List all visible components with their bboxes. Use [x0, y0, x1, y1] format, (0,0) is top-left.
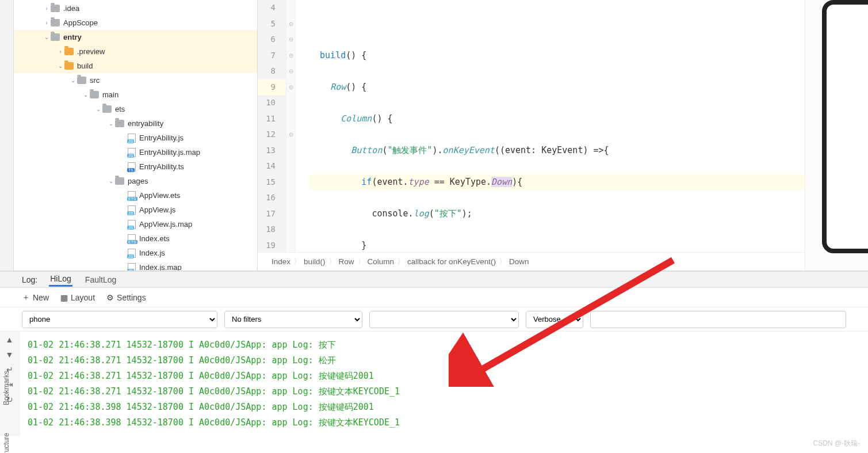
tree-file-index-js[interactable]: JSIndex.js: [14, 246, 257, 260]
code-content[interactable]: build() { Row() { Column() { Button("触发事…: [296, 0, 805, 252]
level-select[interactable]: Verbose: [526, 311, 583, 328]
line-gutter: 45678910111213141516171819: [258, 0, 286, 252]
breadcrumb-item[interactable]: Index: [272, 257, 290, 266]
tab-hilog[interactable]: HiLog: [49, 272, 72, 287]
code-editor[interactable]: 45678910111213141516171819 ⊖⊖⊖⊖⊖⊖ build(…: [258, 0, 805, 271]
tree-item-build[interactable]: ⌄build: [14, 59, 257, 73]
preview-pane: [805, 0, 868, 271]
tree-item-appscope[interactable]: ›AppScope: [14, 16, 257, 30]
breadcrumb-item[interactable]: build(): [304, 257, 326, 266]
tree-file-appview-jsmap[interactable]: JSAppView.js.map: [14, 217, 257, 231]
gear-icon: ⚙: [106, 293, 114, 302]
tree-file-appview-ets[interactable]: ETSAppView.ets: [14, 188, 257, 203]
layout-icon: ▦: [60, 293, 68, 302]
log-filter-bar: phone No filters Verbose: [0, 307, 868, 332]
breadcrumb-item[interactable]: Row: [339, 257, 354, 266]
log-toolbar: ＋New ▦Layout ⚙Settings: [0, 288, 868, 307]
breadcrumb-item[interactable]: callback for onKeyEvent(): [407, 257, 496, 266]
breadcrumb-item[interactable]: Down: [509, 257, 529, 266]
project-tree[interactable]: ›.idea ›AppScope ⌄entry ›.preview ⌄build…: [14, 0, 258, 271]
phone-preview: [822, 0, 868, 253]
tree-item-entryability[interactable]: ⌄entryability: [14, 116, 257, 131]
log-label: Log:: [22, 275, 37, 284]
tree-file-ea-js[interactable]: JSEntryAbility.js: [14, 131, 257, 145]
layout-button[interactable]: ▦Layout: [60, 293, 95, 302]
tree-file-index-jsmap[interactable]: JSIndex.js.map: [14, 260, 257, 271]
device-select[interactable]: phone: [22, 311, 217, 328]
tree-file-appview-js[interactable]: JSAppView.js: [14, 203, 257, 217]
settings-button[interactable]: ⚙Settings: [106, 293, 146, 302]
tab-faultlog[interactable]: FaultLog: [84, 273, 117, 286]
log-output[interactable]: 01-02 21:46:38.271 14532-18700 I A0c0d0/…: [20, 332, 868, 436]
arrow-down-icon[interactable]: ▼: [6, 350, 14, 359]
tree-item-src[interactable]: ⌄src: [14, 73, 257, 87]
tree-item-main[interactable]: ⌄main: [14, 87, 257, 102]
tree-item-entry[interactable]: ⌄entry: [14, 30, 257, 44]
tree-file-index-ets[interactable]: ETSIndex.ets: [14, 231, 257, 246]
plus-icon: ＋: [22, 292, 30, 303]
tree-file-ea-jsmap[interactable]: JSEntryAbility.js.map: [14, 145, 257, 159]
log-tab-bar: Log: HiLog FaultLog: [0, 271, 868, 288]
tree-item-pages[interactable]: ⌄pages: [14, 174, 257, 188]
tree-item-ets[interactable]: ⌄ets: [14, 102, 257, 116]
fold-gutter[interactable]: ⊖⊖⊖⊖⊖⊖: [286, 0, 296, 252]
new-button[interactable]: ＋New: [22, 292, 49, 303]
pkg-select[interactable]: [369, 311, 519, 328]
arrow-up-icon[interactable]: ▲: [6, 335, 14, 344]
search-input[interactable]: [590, 311, 846, 328]
breadcrumb-item[interactable]: Column: [368, 257, 395, 266]
left-toolbar: [0, 0, 14, 271]
tree-item-idea[interactable]: ›.idea: [14, 1, 257, 16]
tree-item-preview[interactable]: ›.preview: [14, 44, 257, 59]
tree-file-ea-ts[interactable]: TSEntryAbility.ts: [14, 159, 257, 174]
breadcrumb[interactable]: Index〉build()〉Row〉Column〉callback for on…: [258, 252, 805, 271]
filter-select[interactable]: No filters: [224, 311, 362, 328]
bookmarks-tab[interactable]: Bookmarks: [2, 371, 10, 405]
structure-tab[interactable]: Structure: [2, 433, 10, 453]
watermark: CSDN @-耿瑞-: [813, 439, 860, 448]
